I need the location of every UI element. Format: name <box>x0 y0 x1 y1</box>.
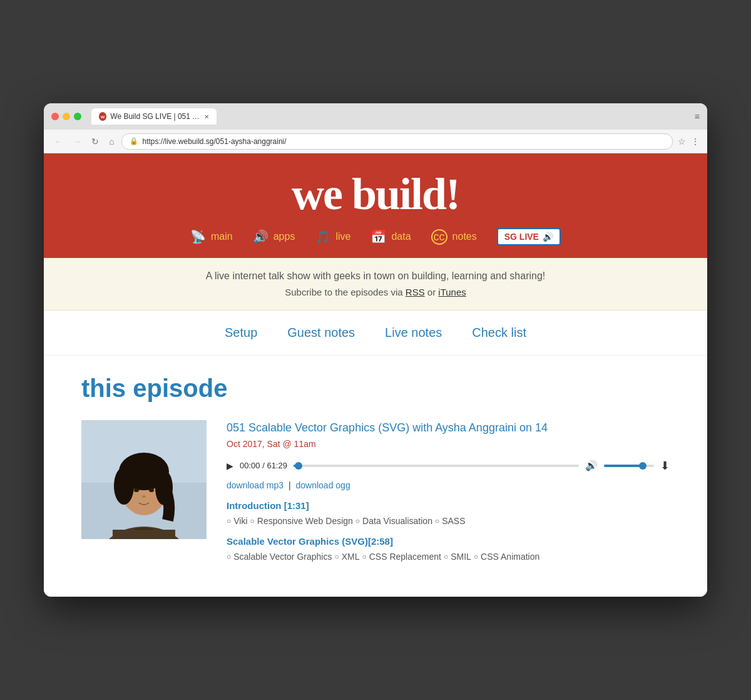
svg-point-6 <box>114 467 134 505</box>
tagline-sub: Subcribe to the episodes via RSS or iTun… <box>69 287 682 297</box>
music-icon: 🎵 <box>315 229 330 244</box>
nav-live-label: live <box>335 231 350 242</box>
volume-dot <box>639 462 646 470</box>
download-sep: | <box>289 480 294 490</box>
sglive-label: SG LIVE <box>504 232 539 242</box>
tag-viki: Viki <box>227 516 248 526</box>
site-logo: we build! <box>69 168 682 220</box>
minimize-button[interactable] <box>63 113 70 120</box>
calendar-icon: 📅 <box>370 229 386 244</box>
volume-bar[interactable] <box>604 465 654 467</box>
tab-check-list[interactable]: Check list <box>472 326 526 340</box>
tag-sass: SASS <box>435 516 466 526</box>
tab-live-notes[interactable]: Live notes <box>385 326 442 340</box>
browser-tab[interactable]: w We Build SG LIVE | 051 Aysha ✕ <box>91 108 217 125</box>
rss-link[interactable]: RSS <box>406 287 425 297</box>
tab-title: We Build SG LIVE | 051 Aysha <box>110 112 200 121</box>
back-button[interactable]: ← <box>51 135 65 148</box>
svg-point-9 <box>149 488 154 492</box>
audio-player: ▶ 00:00 / 61:29 🔊 <box>227 459 670 473</box>
volume-icon[interactable]: 🔊 <box>585 460 598 471</box>
nav-main-label: main <box>211 231 233 242</box>
traffic-lights <box>51 113 81 120</box>
tag-xml: XML <box>334 552 359 562</box>
episode-title-text: 051 Scalable Vector Graphics (SVG) with … <box>227 421 516 434</box>
site-header: we build! 📡 main 🔊 apps 🎵 live 📅 data <box>44 153 707 258</box>
svg-rect-11 <box>113 530 175 539</box>
sglive-speaker-icon: 🔊 <box>543 232 553 242</box>
address-bar[interactable]: 🔒 https://live.webuild.sg/051-aysha-angg… <box>121 133 673 150</box>
reload-button[interactable]: ↻ <box>89 135 101 148</box>
url-display: https://live.webuild.sg/051-aysha-anggra… <box>142 137 286 146</box>
tag-rwd: Responsive Web Design <box>250 516 353 526</box>
speaker-icon: 🔊 <box>253 229 268 244</box>
nav-main[interactable]: 📡 main <box>190 229 233 244</box>
section-title-intro: Introduction [1:31] <box>227 500 670 511</box>
tab-bar: w We Build SG LIVE | 051 Aysha ✕ <box>91 108 690 125</box>
episode-info: 051 Scalable Vector Graphics (SVG) with … <box>227 420 670 571</box>
window-menu-icon[interactable]: ≡ <box>695 111 700 121</box>
total-time: 61:29 <box>267 461 287 470</box>
time-display: 00:00 / 61:29 <box>240 461 287 470</box>
itunes-link[interactable]: iTunes <box>438 287 466 297</box>
download-links: download mp3 | download ogg <box>227 480 670 490</box>
episode-content: 051 Scalable Vector Graphics (SVG) with … <box>81 420 670 571</box>
current-time: 00:00 <box>240 461 260 470</box>
download-icon[interactable]: ⬇ <box>660 459 670 473</box>
menu-icon[interactable]: ⋮ <box>691 136 700 147</box>
home-button[interactable]: ⌂ <box>106 135 116 148</box>
cc-icon: cc <box>431 229 447 245</box>
section-intro-tags: Viki Responsive Web Design Data Visualis… <box>227 516 670 526</box>
nav-notes[interactable]: cc notes <box>431 229 477 245</box>
tagline-main: A live internet talk show with geeks in … <box>69 270 682 282</box>
rss-icon: 📡 <box>190 229 206 244</box>
close-button[interactable] <box>51 113 59 120</box>
main-content: this episode <box>44 356 707 596</box>
ssl-lock-icon: 🔒 <box>130 137 138 145</box>
section-svg-tags: Scalable Vector Graphics XML CSS Replace… <box>227 552 670 562</box>
tag-css-replace: CSS Replacement <box>362 552 441 562</box>
nav-apps[interactable]: 🔊 apps <box>253 229 295 244</box>
episode-title: 051 Scalable Vector Graphics (SVG) with … <box>227 420 670 436</box>
forward-button[interactable]: → <box>70 135 84 148</box>
volume-fill <box>604 465 641 467</box>
tag-smil: SMIL <box>444 552 471 562</box>
addressbar: ← → ↻ ⌂ 🔒 https://live.webuild.sg/051-ay… <box>44 130 707 153</box>
play-button[interactable]: ▶ <box>227 461 233 471</box>
nav-sglive[interactable]: SG LIVE 🔊 <box>497 228 561 245</box>
download-ogg-link[interactable]: download ogg <box>295 480 350 490</box>
episode-thumbnail <box>81 420 207 539</box>
svg-point-8 <box>134 488 139 492</box>
tag-svg: Scalable Vector Graphics <box>227 552 332 562</box>
nav-data[interactable]: 📅 data <box>370 229 411 244</box>
nav-data-label: data <box>391 231 411 242</box>
section-title-svg: Scalable Vector Graphics (SVG)[2:58] <box>227 536 670 547</box>
svg-point-10 <box>142 495 146 498</box>
nav-notes-label: notes <box>452 231 477 242</box>
tab-guest-notes[interactable]: Guest notes <box>287 326 355 340</box>
window-controls: ≡ <box>695 111 700 121</box>
guest-photo <box>81 420 207 539</box>
download-mp3-link[interactable]: download mp3 <box>227 480 284 490</box>
bookmark-icon[interactable]: ☆ <box>678 136 686 147</box>
site-nav: 📡 main 🔊 apps 🎵 live 📅 data cc not <box>69 228 682 245</box>
tag-css-anim: CSS Animation <box>474 552 539 562</box>
tab-close-icon[interactable]: ✕ <box>204 113 209 120</box>
episode-date: Oct 2017, Sat @ 11am <box>227 439 670 449</box>
browser-window: w We Build SG LIVE | 051 Aysha ✕ ≡ ← → ↻… <box>44 103 707 596</box>
tab-setup[interactable]: Setup <box>225 326 257 340</box>
episode-on-date: on 14 <box>519 421 548 434</box>
nav-live[interactable]: 🎵 live <box>315 229 350 244</box>
website-content: we build! 📡 main 🔊 apps 🎵 live 📅 data <box>44 153 707 596</box>
tagline-section: A live internet talk show with geeks in … <box>44 258 707 311</box>
progress-bar[interactable] <box>294 465 579 467</box>
content-tabs: Setup Guest notes Live notes Check list <box>44 311 707 356</box>
maximize-button[interactable] <box>74 113 81 120</box>
tag-datavis: Data Visualisation <box>355 516 432 526</box>
tab-favicon: w <box>99 112 106 121</box>
progress-dot <box>295 462 302 470</box>
address-actions: ☆ ⋮ <box>678 136 700 147</box>
episode-heading: this episode <box>81 374 670 403</box>
titlebar: w We Build SG LIVE | 051 Aysha ✕ ≡ <box>44 103 707 130</box>
nav-apps-label: apps <box>273 231 295 242</box>
